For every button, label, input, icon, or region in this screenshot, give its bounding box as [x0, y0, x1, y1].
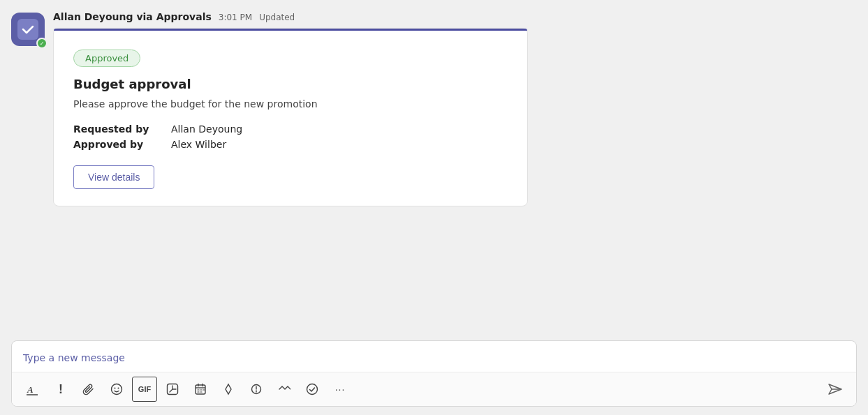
placeholder-text: Type [23, 352, 49, 363]
svg-point-4 [118, 388, 119, 389]
input-area: Type a new message A ! GIF [0, 335, 868, 415]
message-time: 3:01 PM [219, 13, 252, 22]
approved-badge: Approved [73, 50, 140, 67]
sticker-icon[interactable] [160, 377, 185, 402]
send-button[interactable] [823, 377, 848, 402]
gif-icon[interactable]: GIF [132, 377, 157, 402]
emoji-icon[interactable] [104, 377, 129, 402]
more-options-icon[interactable]: ··· [328, 377, 353, 402]
card-description: Please approve the budget for the new pr… [73, 98, 508, 110]
svg-point-3 [115, 388, 116, 389]
like-icon[interactable] [216, 377, 241, 402]
avatar-status-badge: ✓ [36, 38, 47, 49]
stream-icon[interactable] [272, 377, 297, 402]
approved-by-value: Alex Wilber [171, 139, 508, 150]
approved-by-label: Approved by [73, 139, 171, 150]
priority-icon[interactable]: ! [48, 377, 73, 402]
requested-by-label: Requested by [73, 123, 171, 135]
svg-point-2 [112, 384, 122, 395]
svg-text:A: A [27, 384, 34, 395]
tasks-icon[interactable] [300, 377, 325, 402]
view-details-button[interactable]: View details [73, 165, 154, 189]
avatar-inner [17, 19, 38, 40]
approval-card: Approved Budget approval Please approve … [53, 28, 528, 206]
avatar: ✓ [11, 13, 45, 46]
schedule-icon[interactable] [188, 377, 213, 402]
message-placeholder[interactable]: Type a new message [23, 352, 125, 363]
message-column: Allan Deyoung via Approvals 3:01 PM Upda… [53, 11, 556, 324]
approvals-logo-icon [20, 22, 36, 37]
message-status: Updated [259, 13, 295, 22]
svg-marker-15 [226, 384, 231, 394]
attach-icon[interactable] [76, 377, 101, 402]
placeholder-link: a new message [49, 352, 125, 363]
format-icon[interactable]: A [20, 377, 45, 402]
praise-icon[interactable] [244, 377, 269, 402]
message-input-row[interactable]: Type a new message [12, 341, 856, 372]
card-title: Budget approval [73, 77, 508, 91]
card-fields: Requested by Allan Deyoung Approved by A… [73, 123, 508, 150]
avatar-column: ✓ [11, 11, 45, 324]
card-top-border [54, 29, 527, 31]
message-header: Allan Deyoung via Approvals 3:01 PM Upda… [53, 11, 556, 22]
svg-point-19 [307, 384, 318, 395]
sender-name: Allan Deyoung via Approvals [53, 11, 212, 22]
toolbar: A ! GIF [12, 372, 856, 406]
message-input-box: Type a new message A ! GIF [11, 340, 857, 407]
requested-by-value: Allan Deyoung [171, 123, 508, 135]
